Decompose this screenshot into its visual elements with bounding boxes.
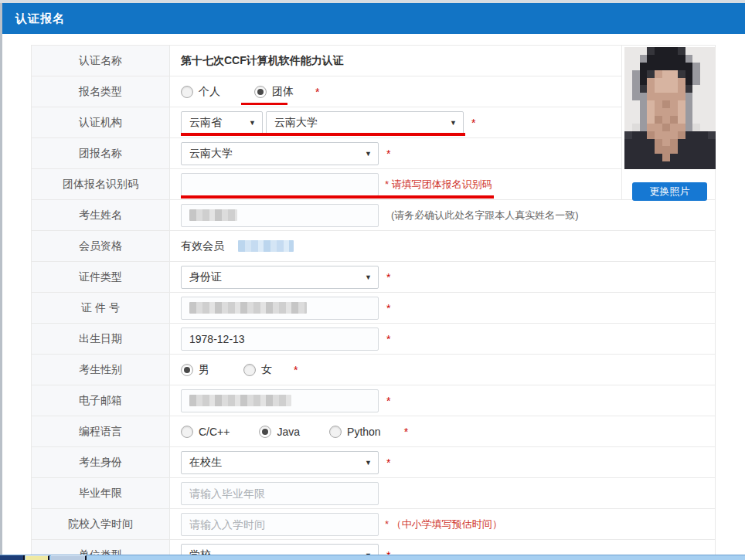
radio-selected-icon[interactable] — [181, 364, 193, 376]
cert-name-value: 第十七次CCF计算机软件能力认证 — [181, 54, 344, 68]
radio-selected-icon[interactable] — [254, 86, 267, 98]
row-enroll-time: 院校入学时间 * （中小学填写预估时间） — [32, 509, 715, 540]
row-grad-year: 毕业年限 — [32, 478, 715, 509]
required-mark: * — [315, 86, 319, 98]
gender-label: 考生性别 — [32, 355, 170, 385]
enroll-time-label: 院校入学时间 — [32, 509, 170, 539]
cert-org-label: 认证机构 — [32, 107, 170, 137]
email-label: 电子邮箱 — [32, 385, 170, 416]
row-group-name: 团报名称 云南大学 ▼ * — [32, 138, 715, 169]
id-type-label: 证件类型 — [32, 262, 170, 292]
page: 认证报名 认证名称 第十七次CCF计算机软件能力认证 报名类型 个人 团体 * — [0, 0, 745, 560]
membership-label: 会员资格 — [32, 231, 170, 261]
redacted-email — [189, 395, 291, 406]
grad-year-input[interactable] — [181, 482, 379, 505]
reg-type-option-personal[interactable]: 个人 — [181, 85, 220, 99]
redacted-name-value — [189, 209, 237, 221]
dropdown-arrow-icon: ▼ — [365, 459, 372, 467]
taskbar-item[interactable] — [26, 555, 49, 560]
group-name-label: 团报名称 — [32, 138, 170, 168]
birth-date-label: 出生日期 — [32, 324, 170, 354]
radio-selected-icon[interactable] — [259, 426, 271, 438]
window-left-edge — [0, 3, 2, 560]
required-mark: * — [294, 364, 298, 376]
row-email: 电子邮箱 * — [32, 385, 715, 416]
page-title: 认证报名 — [2, 12, 65, 26]
redacted-id-number — [189, 302, 307, 314]
radio-icon[interactable] — [181, 426, 193, 438]
reg-type-option-group[interactable]: 团体 — [254, 85, 294, 99]
required-mark: * — [386, 148, 390, 160]
row-id-type: 证件类型 身份证 ▼ * — [32, 262, 715, 293]
school-select[interactable]: 云南大学 ▼ — [266, 111, 464, 134]
dropdown-arrow-icon: ▼ — [450, 119, 457, 127]
cert-name-label: 认证名称 — [32, 46, 170, 76]
language-option-java[interactable]: Java — [259, 426, 300, 438]
required-mark: * — [386, 302, 390, 314]
row-identity: 考生身份 在校生 ▼ * — [32, 447, 715, 478]
required-mark: * — [386, 395, 390, 407]
dropdown-arrow-icon: ▼ — [365, 273, 372, 281]
language-option-c[interactable]: C/C++ — [181, 426, 230, 438]
required-mark: * — [404, 426, 408, 438]
radio-icon[interactable] — [329, 426, 342, 438]
radio-icon[interactable] — [243, 364, 256, 376]
candidate-name-label: 考生姓名 — [32, 200, 170, 230]
row-language: 编程语言 C/C++ Java Python * — [32, 416, 715, 447]
province-select[interactable]: 云南省 ▼ — [181, 111, 263, 134]
required-mark: * — [386, 333, 390, 345]
dropdown-arrow-icon: ▼ — [249, 119, 256, 127]
row-reg-type: 报名类型 个人 团体 * — [32, 76, 715, 107]
id-number-input[interactable] — [181, 297, 379, 320]
identity-select[interactable]: 在校生 ▼ — [181, 451, 379, 474]
required-mark: * — [471, 117, 475, 129]
group-code-label: 团体报名识别码 — [32, 169, 170, 199]
group-code-error: * 请填写团体报名识别码 — [385, 178, 492, 192]
photo-column: 更换照片 — [621, 46, 715, 199]
id-type-select[interactable]: 身份证 ▼ — [181, 266, 379, 289]
enroll-time-input[interactable] — [181, 513, 379, 536]
identity-label: 考生身份 — [32, 447, 170, 477]
row-gender: 考生性别 男 女 * — [32, 355, 715, 385]
id-number-label: 证 件 号 — [32, 293, 170, 323]
radio-icon[interactable] — [181, 86, 193, 98]
email-input[interactable] — [181, 389, 379, 412]
registration-form: 认证名称 第十七次CCF计算机软件能力认证 报名类型 个人 团体 * — [31, 45, 716, 560]
row-group-code: 团体报名识别码 * 请填写团体报名识别码 — [32, 169, 715, 200]
language-option-python[interactable]: Python — [329, 426, 381, 438]
dropdown-arrow-icon: ▼ — [365, 150, 372, 158]
change-photo-button[interactable]: 更换照片 — [632, 182, 707, 201]
cert-org-alert-underline — [181, 133, 465, 136]
gender-option-male[interactable]: 男 — [181, 363, 209, 377]
taskbar-item[interactable] — [51, 555, 87, 560]
group-name-select[interactable]: 云南大学 ▼ — [181, 142, 379, 165]
enroll-time-note: * （中小学填写预估时间） — [385, 518, 502, 531]
reg-type-label: 报名类型 — [32, 76, 170, 107]
row-cert-org: 认证机构 云南省 ▼ 云南大学 ▼ * — [32, 107, 715, 138]
reg-type-alert-underline — [241, 103, 287, 105]
page-header: 认证报名 — [2, 3, 745, 34]
row-candidate-name: 考生姓名 (请务必确认此处名字跟本人真实姓名一致) — [32, 200, 715, 231]
language-label: 编程语言 — [32, 416, 170, 446]
gender-option-female[interactable]: 女 — [243, 363, 272, 377]
row-cert-name: 认证名称 第十七次CCF计算机软件能力认证 — [32, 46, 715, 76]
row-id-number: 证 件 号 * — [32, 293, 715, 324]
taskbar-sliver — [0, 555, 745, 560]
candidate-name-note: (请务必确认此处名字跟本人真实姓名一致) — [391, 209, 579, 222]
grad-year-label: 毕业年限 — [32, 478, 170, 508]
group-code-alert-underline — [181, 195, 494, 199]
row-membership: 会员资格 有效会员 — [32, 231, 715, 262]
taskbar-item[interactable] — [0, 555, 25, 560]
required-mark: * — [386, 456, 390, 469]
candidate-name-input[interactable] — [181, 204, 379, 227]
required-mark: * — [386, 271, 390, 283]
redacted-member-id — [238, 240, 294, 252]
birth-date-input[interactable] — [181, 328, 379, 351]
candidate-photo — [624, 47, 716, 169]
membership-status: 有效会员 — [181, 239, 224, 253]
row-birth-date: 出生日期 * — [32, 324, 715, 355]
group-code-input[interactable] — [181, 173, 379, 196]
